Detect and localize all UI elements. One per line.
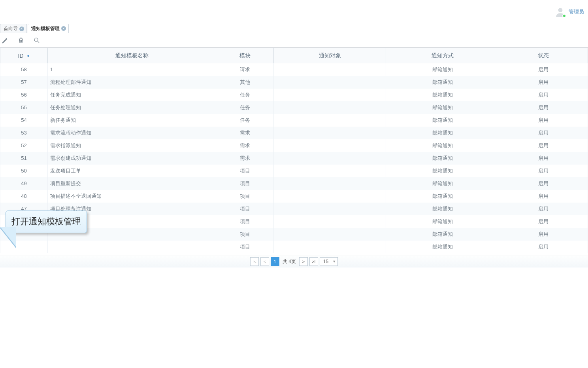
cell-module: 任务 [216, 89, 274, 101]
cell-method: 邮箱通知 [386, 203, 499, 215]
page-prev-button[interactable]: < [260, 257, 269, 266]
tutorial-callout: 打开通知模板管理 [6, 211, 87, 233]
cell-name: 需求流程动作通知 [48, 127, 216, 139]
cell-status: 启用 [499, 152, 588, 165]
cell-target [274, 139, 386, 152]
cell-id: 49 [0, 177, 48, 190]
cell-name: 流程处理邮件通知 [48, 76, 216, 89]
cell-target [274, 63, 386, 76]
cell-target [274, 215, 386, 228]
cell-target [274, 203, 386, 215]
cell-module: 其他 [216, 76, 274, 89]
cell-module: 项目 [216, 190, 274, 203]
table-row[interactable]: 51需求创建成功通知需求邮箱通知启用 [0, 152, 588, 165]
column-header-target[interactable]: 通知对象 [274, 48, 386, 63]
cell-target [274, 114, 386, 127]
table-row[interactable]: 55任务处理通知任务邮箱通知启用 [0, 101, 588, 114]
cell-id: 48 [0, 190, 48, 203]
table-row[interactable]: 项目邮箱通知启用 [0, 241, 588, 253]
header-label: 模块 [239, 52, 251, 59]
close-icon[interactable]: × [19, 27, 24, 31]
toolbar [0, 33, 588, 47]
cell-name: 需求指派通知 [48, 139, 216, 152]
cell-target [274, 101, 386, 114]
cell-status: 启用 [499, 101, 588, 114]
cell-id: 55 [0, 101, 48, 114]
table-row[interactable]: 47项目处理备注通知项目邮箱通知启用 [0, 203, 588, 215]
close-icon[interactable]: × [61, 26, 66, 31]
cell-module: 项目 [216, 177, 274, 190]
cell-status: 启用 [499, 215, 588, 228]
cell-status: 启用 [499, 89, 588, 101]
cell-name: 1 [48, 63, 216, 76]
svg-point-0 [558, 8, 563, 12]
table-row[interactable]: 54新任务通知任务邮箱通知启用 [0, 114, 588, 127]
cell-status: 启用 [499, 190, 588, 203]
page-current[interactable]: 1 [271, 257, 279, 266]
table-row[interactable]: 项目邮箱通知启用 [0, 215, 588, 228]
page-size-select[interactable]: 15 ▼ [320, 257, 338, 266]
cell-method: 邮箱通知 [386, 114, 499, 127]
callout-text: 打开通知模板管理 [11, 216, 81, 226]
cell-name: 任务完成通知 [48, 89, 216, 101]
cell-method: 邮箱通知 [386, 152, 499, 165]
column-header-method[interactable]: 通知方式 [386, 48, 499, 63]
cell-module: 项目 [216, 228, 274, 241]
table-row[interactable]: 项目邮箱通知启用 [0, 228, 588, 241]
page-last-button[interactable]: >I [309, 257, 318, 266]
cell-method: 邮箱通知 [386, 177, 499, 190]
cell-status: 启用 [499, 228, 588, 241]
header-label: 状态 [538, 52, 549, 59]
table-row[interactable]: 49项目重新提交项目邮箱通知启用 [0, 177, 588, 190]
tab-wizard[interactable]: 首向导 × [0, 24, 27, 33]
column-header-status[interactable]: 状态 [499, 48, 588, 63]
column-header-name[interactable]: 通知模板名称 [48, 48, 216, 63]
edit-icon[interactable] [2, 37, 9, 44]
cell-method: 邮箱通知 [386, 241, 499, 253]
table-row[interactable]: 57流程处理邮件通知其他邮箱通知启用 [0, 76, 588, 89]
page-next-button[interactable]: > [299, 257, 308, 266]
table-row[interactable]: 48项目描述不全退回通知项目邮箱通知启用 [0, 190, 588, 203]
cell-id: 50 [0, 165, 48, 177]
header-label: 通知对象 [319, 52, 341, 59]
cell-module: 任务 [216, 101, 274, 114]
cell-method: 邮箱通知 [386, 76, 499, 89]
cell-status: 启用 [499, 127, 588, 139]
avatar-icon [555, 7, 565, 17]
data-table: ID ▲▼ 通知模板名称 模块 通知对象 通知方式 状态 581请求邮箱通知启用… [0, 47, 588, 253]
presence-indicator [562, 14, 566, 18]
cell-method: 邮箱通知 [386, 165, 499, 177]
page-total-label: 共 4页 [283, 258, 296, 265]
cell-method: 邮箱通知 [386, 139, 499, 152]
delete-icon[interactable] [17, 37, 24, 44]
table-row[interactable]: 52需求指派通知需求邮箱通知启用 [0, 139, 588, 152]
chevron-down-icon: ▼ [332, 260, 336, 264]
tab-notification-template-mgmt[interactable]: 通知模板管理 × [28, 24, 69, 33]
cell-target [274, 241, 386, 253]
cell-module: 项目 [216, 241, 274, 253]
table-row[interactable]: 581请求邮箱通知启用 [0, 63, 588, 76]
user-menu[interactable]: 管理员 [555, 7, 584, 17]
page-size-value: 15 [323, 259, 328, 264]
column-header-module[interactable]: 模块 [216, 48, 274, 63]
tab-bar: 首向导 × 通知模板管理 × [0, 24, 588, 33]
cell-target [274, 177, 386, 190]
table-row[interactable]: 50发送项目工单项目邮箱通知启用 [0, 165, 588, 177]
search-icon[interactable] [33, 37, 40, 44]
table-row[interactable]: 56任务完成通知任务邮箱通知启用 [0, 89, 588, 101]
cell-module: 任务 [216, 114, 274, 127]
header-label: 通知模板名称 [115, 52, 149, 59]
cell-id: 51 [0, 152, 48, 165]
cell-target [274, 190, 386, 203]
cell-status: 启用 [499, 114, 588, 127]
cell-name: 任务处理通知 [48, 101, 216, 114]
cell-id: 54 [0, 114, 48, 127]
page-first-button[interactable]: I< [250, 257, 259, 266]
column-header-id[interactable]: ID ▲▼ [0, 48, 48, 63]
table-row[interactable]: 53需求流程动作通知需求邮箱通知启用 [0, 127, 588, 139]
tab-label: 通知模板管理 [31, 25, 60, 32]
cell-module: 需求 [216, 127, 274, 139]
cell-id: 58 [0, 63, 48, 76]
cell-method: 邮箱通知 [386, 63, 499, 76]
cell-target [274, 127, 386, 139]
